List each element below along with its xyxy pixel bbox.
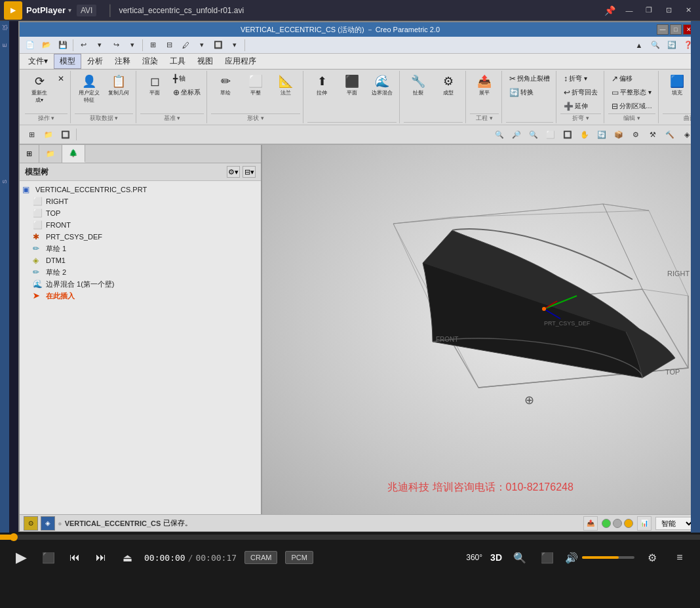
tree-item-blend[interactable]: 🌊 边界混合 1(第一个壁) [20, 278, 261, 290]
prev-button[interactable]: ⏮ [66, 548, 84, 567]
menu-analysis[interactable]: 分析 [81, 54, 109, 69]
rb-flange[interactable]: 📐 法兰 [271, 72, 300, 98]
tree-item-root[interactable]: ▣ VERTICAL_ECCENTRIC_CS.PRT [20, 184, 261, 195]
tb-help-up[interactable]: ▲ [631, 38, 647, 52]
tab-folder[interactable]: 📁 [39, 145, 62, 163]
rb-copy-geom[interactable]: 📋 复制几何 [104, 72, 133, 98]
player-settings-btn[interactable]: ⚙ [642, 548, 662, 567]
rb-tear[interactable]: 🔧 扯裂 [404, 72, 433, 98]
tb-undo[interactable]: ↩ [75, 38, 91, 52]
rb-cancel[interactable]: ✕ [54, 72, 68, 85]
rb-extend[interactable]: ➕延伸 [560, 100, 601, 113]
menu-tools[interactable]: 工具 [164, 54, 191, 69]
play-button[interactable]: ▶ [10, 547, 31, 568]
tree-item-csys[interactable]: ✱ PRT_CSYS_DEF [20, 231, 261, 243]
rb-unfold[interactable]: 📤 展平 [470, 72, 499, 98]
player-menu-btn[interactable]: ≡ [670, 548, 690, 567]
volume-bar[interactable] [582, 556, 634, 559]
menu-file[interactable]: 文件▾ [22, 54, 54, 69]
fullscreen-button[interactable]: ⊡ [659, 4, 678, 17]
tb-pan[interactable]: ✋ [577, 127, 593, 142]
format-badge-pcm[interactable]: PCM [285, 551, 313, 564]
rb-corner-relief[interactable]: ✂拐角止裂槽 [506, 72, 553, 85]
rb-flat-form[interactable]: ▭平整形态 ▾ [608, 86, 655, 99]
tb-redo[interactable]: ↪ [108, 38, 124, 52]
menu-annotation[interactable]: 注释 [109, 54, 136, 69]
tb-zoom-fit[interactable]: 🔍 [492, 127, 507, 142]
rb-fill[interactable]: 🟦 填充 [663, 72, 691, 98]
tb-view-zoom[interactable]: 🔲 [560, 127, 575, 142]
pin-button[interactable]: 📌 [602, 3, 617, 18]
mode-select[interactable]: 智能 [655, 517, 695, 530]
tb-mode1[interactable]: ⊞ [145, 38, 161, 52]
viewport[interactable]: RIGHT TOP FRONT PRT_CSYS_DEF ⊕ 兆迪科技 培训咨询… [262, 145, 699, 514]
tb-search[interactable]: 🔍 [648, 38, 663, 52]
tree-item-sketch1[interactable]: ✏ 草绘 1 [20, 243, 261, 254]
tree-item-top[interactable]: ⬜ TOP [20, 207, 261, 219]
stop-button[interactable]: ⬛ [39, 548, 58, 567]
tb-zoom-in[interactable]: 🔎 [509, 127, 524, 142]
menu-view[interactable]: 视图 [191, 54, 219, 69]
tree-item-sketch2[interactable]: ✏ 草绘 2 [20, 266, 261, 278]
rb-convert[interactable]: 🔄转换 [506, 86, 553, 99]
player-search-btn[interactable]: 🔍 [510, 548, 530, 567]
tb-zoom-out[interactable]: 🔍 [526, 127, 541, 142]
minimize-button[interactable]: — [620, 4, 638, 17]
volume-icon[interactable]: 🔊 [565, 552, 578, 564]
tree-item-right[interactable]: ⬜ RIGHT [20, 195, 261, 207]
tb-refresh[interactable]: 🔄 [664, 38, 680, 52]
tb-settings3[interactable]: 🔨 [662, 127, 678, 142]
tb-tree-toggle[interactable]: ⊞ [24, 127, 39, 142]
tb-open[interactable]: 📂 [39, 38, 54, 52]
next-button[interactable]: ⏭ [92, 548, 110, 567]
rb-sketch[interactable]: ✏ 草绘 [211, 72, 240, 98]
tb-undo-down[interactable]: ▾ [92, 38, 107, 52]
rb-offset[interactable]: ↗偏移 [608, 72, 655, 85]
rb-form[interactable]: ⚙ 成型 [434, 72, 463, 98]
status-export-btn[interactable]: 📤 [583, 516, 598, 531]
tb-view-box[interactable]: ⬜ [543, 127, 558, 142]
rb-bend[interactable]: ↕折弯 ▾ [560, 72, 601, 85]
tree-item-front[interactable]: ⬜ FRONT [20, 219, 261, 231]
menu-apps[interactable]: 应用程序 [219, 54, 262, 69]
rb-regenerate[interactable]: ⟳ 重新生成▾ [25, 72, 54, 106]
tab-tree[interactable]: 🌲 [62, 145, 85, 163]
close-button[interactable]: ✕ [679, 4, 697, 17]
tb-settings2[interactable]: ⚒ [645, 127, 661, 142]
tb-rotate[interactable]: 🔄 [594, 127, 610, 142]
progress-bar-container[interactable] [0, 535, 700, 540]
menu-model[interactable]: 模型 [54, 54, 81, 69]
tb-mode3[interactable]: 🖊 [178, 38, 193, 52]
player-capture-btn[interactable]: ⬛ [537, 548, 557, 567]
rb-axis[interactable]: ╋轴 [170, 72, 204, 85]
tb-layer[interactable]: 🔲 [210, 38, 226, 52]
rb-user-feature[interactable]: 👤 用户定义特征 [75, 72, 104, 106]
rb-fill-plane[interactable]: ⬛ 平面 [338, 72, 366, 98]
tb-new[interactable]: 📄 [22, 38, 38, 52]
format-badge-cram[interactable]: CRAM [244, 551, 277, 564]
tb-folder-btn[interactable]: 📁 [41, 127, 56, 142]
restore-button[interactable]: ❐ [640, 4, 658, 17]
tree-item-insert[interactable]: ➤ 在此插入 [20, 290, 261, 302]
tb-layer-down[interactable]: ▾ [227, 38, 243, 52]
tb-redo-down[interactable]: ▾ [125, 38, 140, 52]
tree-config-btn[interactable]: ⚙▾ [227, 166, 240, 178]
eject-button[interactable]: ⏏ [118, 548, 136, 567]
rb-extrude[interactable]: ⬆ 拉伸 [307, 72, 336, 98]
creo-minimize[interactable]: — [657, 24, 669, 35]
rb-flatten[interactable]: ⬜ 平整 [241, 72, 270, 98]
rb-plane[interactable]: ◻ 平面 [140, 72, 169, 98]
tb-mode-down[interactable]: ▾ [194, 38, 210, 52]
tb-layers-btn[interactable]: 🔲 [58, 127, 73, 142]
menu-render[interactable]: 渲染 [136, 54, 164, 69]
rb-split-area[interactable]: ⊟分割区域… [608, 100, 655, 113]
creo-restore[interactable]: □ [670, 24, 682, 35]
tb-mode2[interactable]: ⊟ [161, 38, 177, 52]
rb-boundary-blend[interactable]: 🌊 边界混合 [368, 72, 397, 98]
status-graph-btn[interactable]: 📊 [637, 516, 651, 531]
tree-filter-btn[interactable]: ⊟▾ [243, 166, 256, 178]
rb-csys[interactable]: ⊕坐标系 [170, 86, 204, 99]
tb-settings1[interactable]: ⚙ [628, 127, 644, 142]
tab-layout[interactable]: ⊞ [20, 145, 39, 163]
tb-3d-view[interactable]: 📦 [611, 127, 627, 142]
